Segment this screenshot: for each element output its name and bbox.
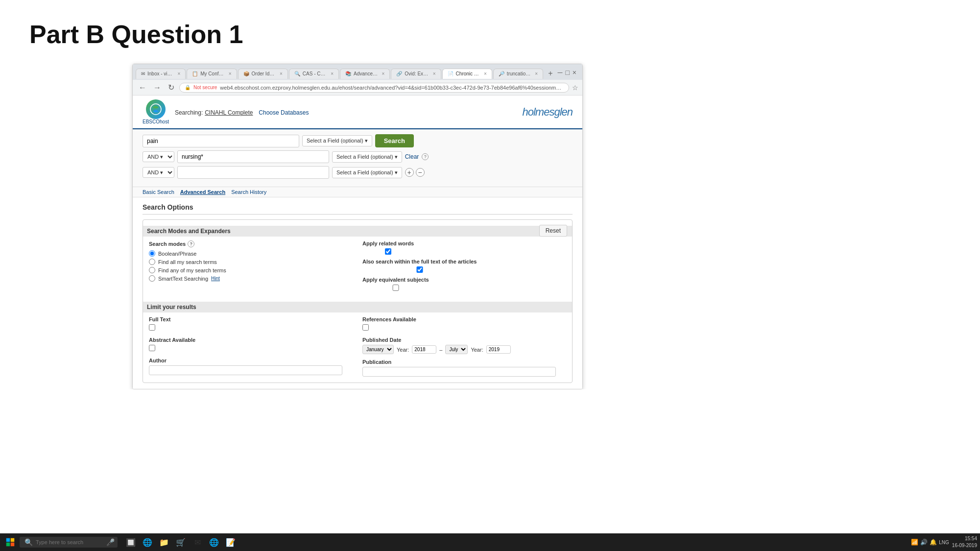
search-form-area: Select a Field (optional) ▾ Search AND ▾… [133,129,582,187]
tab-cas[interactable]: 🔍 CAS - Central Au... × [289,69,339,79]
toolbar-icons: ☆ 👤 ⋮ [572,84,583,92]
from-month-select[interactable]: January [362,345,394,354]
mode-find-all[interactable]: Find all my search terms [149,259,353,265]
from-year-input[interactable] [412,345,436,354]
url-text: web4.ebscohost.com.ezproxy.holmesglen.ed… [220,85,564,91]
tab-close-chronic[interactable]: × [484,71,487,76]
restore-icon[interactable]: □ [565,69,569,76]
mode-smarttext[interactable]: SmartText Searching Hint [149,275,353,282]
remove-row-button[interactable]: − [416,168,425,177]
to-month-select[interactable]: July [445,345,468,354]
full-text-label: Full Text [149,316,353,322]
ebsco-left: EBSCOhost Searching: CINAHL Complete Cho… [143,99,309,124]
author-input[interactable] [149,365,342,375]
window-controls: ─ □ × [557,69,579,78]
tab-close-order[interactable]: × [280,71,283,76]
year-label-from: Year: [397,347,409,353]
clear-link[interactable]: Clear [405,153,419,160]
add-row-button[interactable]: + [405,168,414,177]
modes-right-col: Apply related words Also search within t… [362,240,566,295]
field-select-btn-1[interactable]: Select a Field (optional) ▾ [302,135,372,146]
mode-boolean[interactable]: Boolean/Phrase [149,250,353,257]
tab-favicon-inbox: ✉ [141,71,145,77]
mode-find-any[interactable]: Find any of my search terms [149,267,353,273]
search-input-1[interactable] [143,135,299,147]
refresh-button[interactable]: ↻ [166,82,176,93]
search-input-2[interactable] [177,150,329,163]
tab-ovid[interactable]: 🔗 Ovid: External Link × [391,69,441,79]
tab-close-ovid[interactable]: × [433,71,436,76]
to-year-input[interactable] [486,345,511,354]
help-icon[interactable]: ? [422,153,429,160]
tab-label-ovid: Ovid: External Link [405,71,429,76]
nav-basic-search[interactable]: Basic Search [143,189,174,195]
mode-smarttext-radio[interactable] [149,275,155,282]
tab-close-advanced[interactable]: × [382,71,384,76]
mode-find-any-radio[interactable] [149,267,155,273]
tab-close-truncation[interactable]: × [535,71,538,76]
search-modes-help-icon[interactable]: ? [188,240,194,247]
search-modes-label: Search modes ? [149,240,353,247]
tab-close-cas[interactable]: × [331,71,334,76]
search-input-3[interactable] [177,166,329,179]
bookmark-star-icon[interactable]: ☆ [572,84,578,92]
tab-advanced[interactable]: 📚 Advanced Search × [340,69,390,79]
also-search-full-text-checkbox[interactable] [362,266,477,273]
mode-smarttext-label: SmartText Searching [158,276,208,282]
search-row-3: AND ▾ Select a Field (optional) ▾ + − [143,166,573,179]
apply-equivalent-subjects-checkbox[interactable] [362,285,429,291]
choose-databases-link[interactable]: Choose Databases [259,109,309,116]
search-row-2: AND ▾ Select a Field (optional) ▾ Clear … [143,150,573,163]
minimize-icon[interactable]: ─ [557,69,562,76]
tab-truncation[interactable]: 🔎 truncation search... × [493,69,543,79]
abstract-available-checkbox[interactable] [149,345,155,351]
tab-favicon-confirmed: 📋 [192,71,198,77]
author-field: Author [149,358,353,375]
operator-select-2[interactable]: AND ▾ [143,151,174,162]
tab-inbox[interactable]: ✉ Inbox - viswa.vitt... × [136,69,186,79]
apply-equivalent-subjects-item: Apply equivalent subjects [362,277,566,291]
close-icon[interactable]: × [573,69,576,76]
new-tab-button[interactable]: + [544,67,556,80]
browser-toolbar: ← → ↻ 🔒 Not secure web4.ebscohost.com.ez… [133,80,582,95]
database-link[interactable]: CINAHL Complete [205,109,253,116]
mode-find-all-label: Find all my search terms [158,259,217,265]
also-search-full-text-label: Also search within the full text of the … [362,259,477,264]
back-button[interactable]: ← [137,82,148,93]
search-nav: Basic Search Advanced Search Search Hist… [133,187,582,197]
tab-close-confirmed[interactable]: × [229,71,232,76]
tab-confirmed[interactable]: 📋 My Confirmed -... × [187,69,237,79]
tab-close-inbox[interactable]: × [177,71,180,76]
ebsco-logo [146,99,166,119]
browser-tabs-bar: ✉ Inbox - viswa.vitt... × 📋 My Confirmed… [133,64,582,80]
smarttext-hint-link[interactable]: Hint [211,276,220,281]
nav-advanced-search[interactable]: Advanced Search [180,189,225,195]
also-search-full-text-item: Also search within the full text of the … [362,259,566,273]
publication-input[interactable] [362,367,556,377]
year-label-to: Year: [471,347,483,353]
operator-select-3[interactable]: AND ▾ [143,167,174,178]
field-select-btn-3[interactable]: Select a Field (optional) ▾ [332,167,402,178]
publication-label: Publication [362,359,566,365]
references-available-checkbox[interactable] [362,324,369,331]
nav-search-history[interactable]: Search History [231,189,266,195]
search-button[interactable]: Search [375,134,414,147]
not-secure-label: Not secure [193,85,217,90]
tab-order[interactable]: 📦 Order Id : 107815... × [238,69,288,79]
tab-favicon-truncation: 🔎 [499,71,504,77]
limit-section: Limit your results Full Text Abstract Av… [149,302,566,377]
mode-find-all-radio[interactable] [149,259,155,265]
profile-icon[interactable]: 👤 [582,84,583,92]
reset-button[interactable]: Reset [539,225,567,237]
tab-chronic[interactable]: 📄 Chronic pain ma... × [442,69,492,79]
ebsco-header: EBSCOhost Searching: CINAHL Complete Cho… [133,96,582,129]
browser-chrome: ✉ Inbox - viswa.vitt... × 📋 My Confirmed… [133,64,582,96]
url-bar[interactable]: 🔒 Not secure web4.ebscohost.com.ezproxy.… [179,83,569,93]
forward-button[interactable]: → [151,82,163,93]
apply-related-words-checkbox[interactable] [362,248,414,255]
mode-boolean-radio[interactable] [149,250,155,257]
modes-two-col: Search modes ? Boolean/Phrase Find all m… [149,240,566,295]
full-text-checkbox[interactable] [149,324,155,331]
author-label: Author [149,358,353,363]
field-select-btn-2[interactable]: Select a Field (optional) ▾ [332,151,402,163]
